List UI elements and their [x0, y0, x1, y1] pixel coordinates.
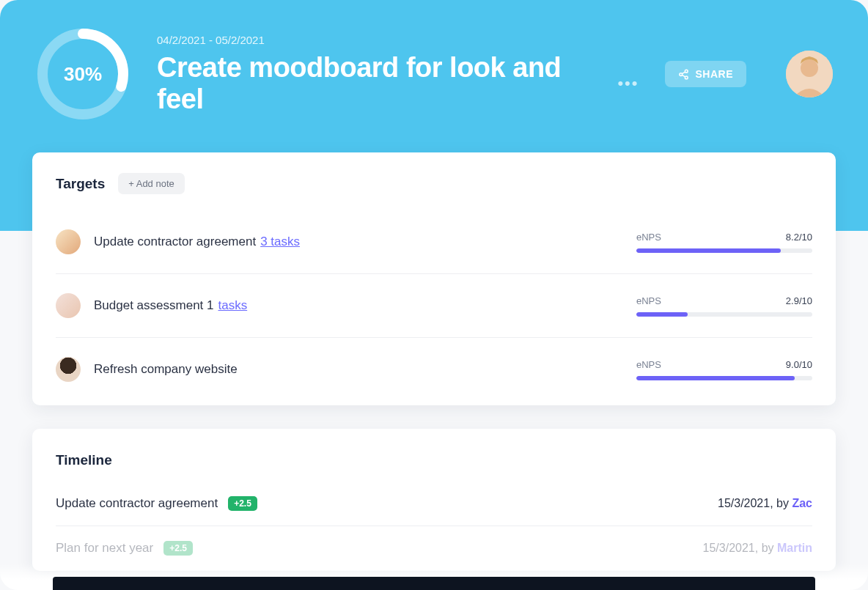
- timeline-author[interactable]: Zac: [792, 497, 812, 509]
- add-note-button[interactable]: + Add note: [118, 173, 185, 194]
- svg-point-2: [685, 70, 688, 73]
- svg-point-3: [680, 73, 683, 75]
- tasks-link[interactable]: tasks: [218, 298, 247, 313]
- timeline-item-name: Update contractor agreement: [56, 496, 218, 511]
- avatar: [56, 357, 81, 382]
- target-row[interactable]: Update contractor agreement 3 tasks eNPS…: [56, 210, 812, 274]
- timeline-author[interactable]: Martin: [777, 542, 812, 554]
- share-label: SHARE: [695, 68, 733, 80]
- targets-title: Targets: [56, 176, 105, 192]
- target-row[interactable]: Budget assessment 1 tasks eNPS 2.9/10: [56, 274, 812, 338]
- timeline-row[interactable]: Update contractor agreement +2.5 15/3/20…: [56, 482, 812, 526]
- svg-line-6: [683, 75, 685, 77]
- delta-badge: +2.5: [228, 496, 257, 511]
- timeline-row[interactable]: Plan for next year +2.5 15/3/2021, by Ma…: [56, 526, 812, 571]
- timeline-meta: 15/3/2021, by Zac: [718, 497, 812, 510]
- progress-bar-fill: [636, 376, 795, 380]
- targets-card: Targets + Add note Update contractor agr…: [32, 152, 836, 405]
- metric: eNPS 8.2/10: [636, 232, 812, 253]
- svg-line-5: [683, 72, 685, 74]
- timeline-title: Timeline: [56, 452, 812, 468]
- target-row[interactable]: Refresh company website eNPS 9.0/10: [56, 338, 812, 405]
- metric-label: eNPS: [636, 359, 661, 370]
- share-button[interactable]: SHARE: [665, 61, 746, 87]
- progress-bar-fill: [636, 248, 781, 253]
- progress-ring: 30%: [35, 26, 130, 122]
- user-avatar[interactable]: [786, 51, 833, 97]
- timeline-card: Timeline Update contractor agreement +2.…: [32, 429, 836, 571]
- target-name: Budget assessment 1: [94, 298, 213, 313]
- metric: eNPS 9.0/10: [636, 359, 812, 380]
- metric-score: 8.2/10: [786, 232, 812, 243]
- delta-badge: +2.5: [163, 541, 193, 556]
- date-range: 04/2/2021 - 05/2/2021: [157, 34, 639, 46]
- progress-bar-fill: [636, 312, 688, 317]
- tasks-link[interactable]: 3 tasks: [260, 235, 300, 249]
- metric-label: eNPS: [636, 295, 661, 306]
- svg-point-8: [801, 59, 818, 77]
- metric-score: 9.0/10: [786, 359, 812, 370]
- target-name: Update contractor agreement: [94, 235, 256, 249]
- avatar: [56, 293, 81, 318]
- metric-score: 2.9/10: [786, 295, 812, 306]
- metric: eNPS 2.9/10: [636, 295, 812, 317]
- svg-point-4: [685, 76, 688, 79]
- more-menu-icon[interactable]: •••: [617, 74, 639, 93]
- metric-label: eNPS: [636, 232, 661, 243]
- target-name: Refresh company website: [94, 362, 238, 377]
- page-title: Create moodboard for look and feel: [157, 52, 604, 115]
- share-icon: [678, 69, 689, 80]
- footer-strip: [53, 577, 815, 590]
- progress-percent: 30%: [35, 26, 130, 122]
- timeline-meta: 15/3/2021, by Martin: [703, 542, 812, 555]
- avatar: [56, 229, 81, 254]
- timeline-item-name: Plan for next year: [56, 541, 153, 556]
